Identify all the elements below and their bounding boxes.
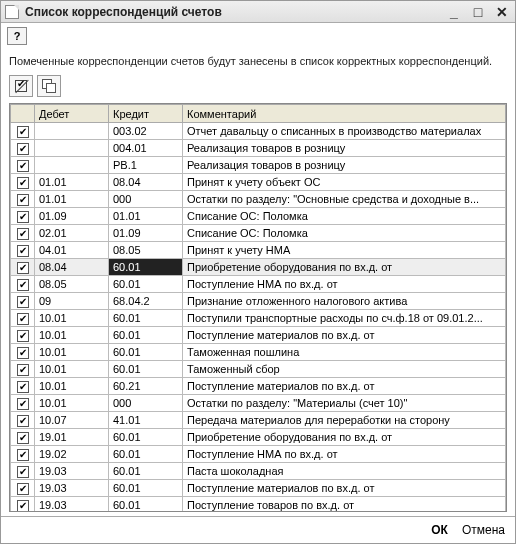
cell-credit[interactable]: 004.01 bbox=[109, 140, 183, 157]
table-row[interactable]: ✔10.0160.01Поступление материалов по вх.… bbox=[11, 327, 506, 344]
cell-debit[interactable]: 10.01 bbox=[35, 327, 109, 344]
cell-credit[interactable]: 01.09 bbox=[109, 225, 183, 242]
minimize-button[interactable]: _ bbox=[445, 4, 463, 20]
table-row[interactable]: ✔02.0101.09Списание ОС: Поломка bbox=[11, 225, 506, 242]
row-checkbox[interactable]: ✔ bbox=[17, 262, 29, 274]
cell-comment[interactable]: Передача материалов для переработки на с… bbox=[183, 412, 506, 429]
table-row[interactable]: ✔10.0160.21Поступление материалов по вх.… bbox=[11, 378, 506, 395]
cell-credit[interactable]: 003.02 bbox=[109, 123, 183, 140]
cell-comment[interactable]: Списание ОС: Поломка bbox=[183, 208, 506, 225]
table-scroll[interactable]: Дебет Кредит Комментарий ✔003.02Отчет да… bbox=[10, 104, 506, 511]
cell-debit[interactable]: 01.01 bbox=[35, 191, 109, 208]
cell-credit[interactable]: 08.04 bbox=[109, 174, 183, 191]
cell-comment[interactable]: Принят к учету НМА bbox=[183, 242, 506, 259]
col-debit[interactable]: Дебет bbox=[35, 105, 109, 123]
row-checkbox[interactable]: ✔ bbox=[17, 415, 29, 427]
cell-credit[interactable]: 60.01 bbox=[109, 446, 183, 463]
cell-debit[interactable]: 01.09 bbox=[35, 208, 109, 225]
row-checkbox[interactable]: ✔ bbox=[17, 143, 29, 155]
maximize-button[interactable]: □ bbox=[469, 4, 487, 20]
table-row[interactable]: ✔10.0741.01Передача материалов для перер… bbox=[11, 412, 506, 429]
cell-debit[interactable]: 02.01 bbox=[35, 225, 109, 242]
copy-button[interactable] bbox=[37, 75, 61, 97]
cell-comment[interactable]: Паста шоколадная bbox=[183, 463, 506, 480]
toggle-all-checks-button[interactable] bbox=[9, 75, 33, 97]
table-row[interactable]: ✔19.0360.01Паста шоколадная bbox=[11, 463, 506, 480]
row-checkbox[interactable]: ✔ bbox=[17, 194, 29, 206]
cell-credit[interactable]: 60.21 bbox=[109, 378, 183, 395]
cell-debit[interactable]: 09 bbox=[35, 293, 109, 310]
table-row[interactable]: ✔01.0108.04Принят к учету объект ОС bbox=[11, 174, 506, 191]
cell-credit[interactable]: 41.01 bbox=[109, 412, 183, 429]
cell-credit[interactable]: 60.01 bbox=[109, 463, 183, 480]
cell-comment[interactable]: Поступление материалов по вх.д. от bbox=[183, 480, 506, 497]
row-checkbox[interactable]: ✔ bbox=[17, 466, 29, 478]
cell-comment[interactable]: Признание отложенного налогового актива bbox=[183, 293, 506, 310]
col-comment[interactable]: Комментарий bbox=[183, 105, 506, 123]
cell-credit[interactable]: 01.01 bbox=[109, 208, 183, 225]
cell-comment[interactable]: Поступление НМА по вх.д. от bbox=[183, 276, 506, 293]
cell-debit[interactable]: 19.03 bbox=[35, 497, 109, 512]
cell-debit[interactable]: 08.04 bbox=[35, 259, 109, 276]
col-checkbox[interactable] bbox=[11, 105, 35, 123]
cell-debit[interactable]: 10.01 bbox=[35, 361, 109, 378]
table-row[interactable]: ✔0968.04.2Признание отложенного налогово… bbox=[11, 293, 506, 310]
cell-comment[interactable]: Списание ОС: Поломка bbox=[183, 225, 506, 242]
table-row[interactable]: ✔10.01000Остатки по разделу: "Материалы … bbox=[11, 395, 506, 412]
row-checkbox[interactable]: ✔ bbox=[17, 381, 29, 393]
row-checkbox[interactable]: ✔ bbox=[17, 279, 29, 291]
row-checkbox[interactable]: ✔ bbox=[17, 177, 29, 189]
table-row[interactable]: ✔01.01000Остатки по разделу: "Основные с… bbox=[11, 191, 506, 208]
table-row[interactable]: ✔19.0260.01Поступление НМА по вх.д. от bbox=[11, 446, 506, 463]
cell-credit[interactable]: 60.01 bbox=[109, 429, 183, 446]
cell-credit[interactable]: 68.04.2 bbox=[109, 293, 183, 310]
cancel-button[interactable]: Отмена bbox=[462, 523, 505, 537]
cell-comment[interactable]: Таможенная пошлина bbox=[183, 344, 506, 361]
row-checkbox[interactable]: ✔ bbox=[17, 364, 29, 376]
row-checkbox[interactable]: ✔ bbox=[17, 449, 29, 461]
cell-credit[interactable]: 60.01 bbox=[109, 497, 183, 512]
table-row[interactable]: ✔004.01Реализация товаров в розницу bbox=[11, 140, 506, 157]
cell-debit[interactable] bbox=[35, 157, 109, 174]
table-row[interactable]: ✔003.02Отчет давальцу о списанных в прои… bbox=[11, 123, 506, 140]
table-row[interactable]: ✔08.0460.01Приобретение оборудования по … bbox=[11, 259, 506, 276]
close-button[interactable]: ✕ bbox=[493, 4, 511, 20]
cell-comment[interactable]: Поступление НМА по вх.д. от bbox=[183, 446, 506, 463]
ok-button[interactable]: ОК bbox=[431, 523, 448, 537]
cell-credit[interactable]: 000 bbox=[109, 191, 183, 208]
table-row[interactable]: ✔19.0360.01Поступление материалов по вх.… bbox=[11, 480, 506, 497]
cell-comment[interactable]: Поступили транспортные расходы по сч.ф.1… bbox=[183, 310, 506, 327]
cell-comment[interactable]: Приобретение оборудования по вх.д. от bbox=[183, 259, 506, 276]
table-row[interactable]: ✔РВ.1Реализация товаров в розницу bbox=[11, 157, 506, 174]
cell-debit[interactable]: 10.01 bbox=[35, 395, 109, 412]
table-row[interactable]: ✔04.0108.05Принят к учету НМА bbox=[11, 242, 506, 259]
row-checkbox[interactable]: ✔ bbox=[17, 296, 29, 308]
table-row[interactable]: ✔19.0160.01Приобретение оборудования по … bbox=[11, 429, 506, 446]
table-row[interactable]: ✔08.0560.01Поступление НМА по вх.д. от bbox=[11, 276, 506, 293]
cell-debit[interactable]: 10.01 bbox=[35, 310, 109, 327]
row-checkbox[interactable]: ✔ bbox=[17, 228, 29, 240]
row-checkbox[interactable]: ✔ bbox=[17, 500, 29, 512]
cell-credit[interactable]: 08.05 bbox=[109, 242, 183, 259]
cell-debit[interactable] bbox=[35, 140, 109, 157]
cell-comment[interactable]: Остатки по разделу: "Основные средства и… bbox=[183, 191, 506, 208]
row-checkbox[interactable]: ✔ bbox=[17, 126, 29, 138]
cell-debit[interactable]: 19.03 bbox=[35, 480, 109, 497]
row-checkbox[interactable]: ✔ bbox=[17, 398, 29, 410]
col-credit[interactable]: Кредит bbox=[109, 105, 183, 123]
cell-debit[interactable]: 08.05 bbox=[35, 276, 109, 293]
cell-credit[interactable]: 60.01 bbox=[109, 327, 183, 344]
cell-comment[interactable]: Приобретение оборудования по вх.д. от bbox=[183, 429, 506, 446]
cell-comment[interactable]: Поступление товаров по вх.д. от bbox=[183, 497, 506, 512]
cell-debit[interactable]: 19.01 bbox=[35, 429, 109, 446]
row-checkbox[interactable]: ✔ bbox=[17, 483, 29, 495]
cell-debit[interactable]: 01.01 bbox=[35, 174, 109, 191]
cell-debit[interactable]: 10.01 bbox=[35, 378, 109, 395]
cell-credit[interactable]: 60.01 bbox=[109, 344, 183, 361]
table-row[interactable]: ✔01.0901.01Списание ОС: Поломка bbox=[11, 208, 506, 225]
cell-comment[interactable]: Реализация товаров в розницу bbox=[183, 157, 506, 174]
cell-comment[interactable]: Поступление материалов по вх.д. от bbox=[183, 327, 506, 344]
cell-debit[interactable] bbox=[35, 123, 109, 140]
cell-debit[interactable]: 19.03 bbox=[35, 463, 109, 480]
cell-credit[interactable]: 60.01 bbox=[109, 259, 183, 276]
